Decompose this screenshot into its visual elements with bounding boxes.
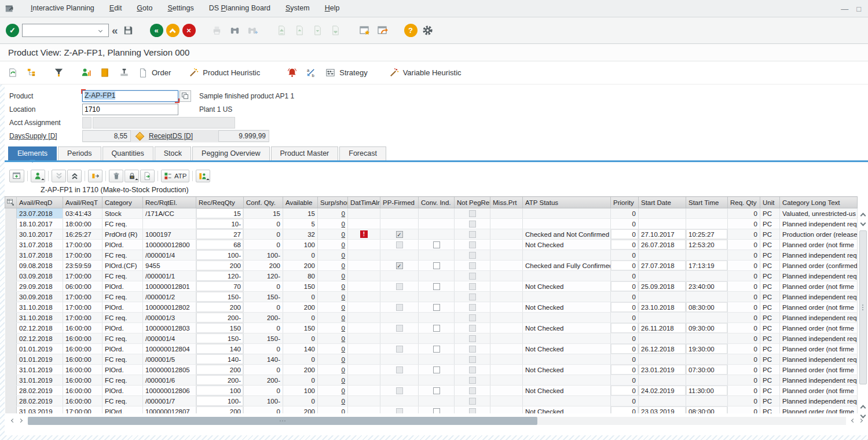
cell-u[interactable]: PC xyxy=(760,208,780,219)
cell-al[interactable]: ! xyxy=(348,229,380,240)
column-header-atp-status[interactable]: ATP Status xyxy=(523,197,611,208)
cell-rq[interactable]: 150- xyxy=(196,333,244,344)
surplus-shortage-link[interactable]: 0 xyxy=(342,366,345,373)
product-heuristic-button[interactable]: Product Heuristic xyxy=(188,67,260,78)
cell-st[interactable]: 11:30:00 xyxy=(686,386,728,396)
cell-cv[interactable] xyxy=(419,313,455,323)
cell-e[interactable]: 100000012801 xyxy=(143,281,196,292)
scroll-up-icon[interactable] xyxy=(860,405,866,411)
checkbox-cv[interactable] xyxy=(433,408,440,413)
collapse-all-button[interactable] xyxy=(52,170,66,182)
surplus-shortage-link[interactable]: 0 xyxy=(342,252,345,259)
column-header-avail-reqt[interactable]: Avail/ReqT xyxy=(63,197,102,208)
tab-product-master[interactable]: Product Master xyxy=(271,146,339,160)
pegging-person-button[interactable] xyxy=(80,67,91,78)
surplus-shortage-link[interactable]: 0 xyxy=(342,314,345,321)
cell-np[interactable] xyxy=(455,219,490,229)
cell-np[interactable] xyxy=(455,386,490,396)
cell-t[interactable]: 16:00:00 xyxy=(63,323,102,333)
cell-e[interactable]: 100000012806 xyxy=(143,386,196,396)
expand-all-button[interactable] xyxy=(67,170,82,182)
cell-av[interactable]: 0 xyxy=(283,375,318,386)
pegging-structure-button[interactable] xyxy=(31,170,45,182)
cell-atp[interactable] xyxy=(523,375,611,386)
cell-t[interactable]: 16:00:00 xyxy=(63,396,102,406)
cell-pp[interactable]: ✓ xyxy=(380,229,419,240)
checkbox-cv[interactable] xyxy=(433,262,440,269)
cell-lt[interactable]: Planned order (not firme xyxy=(780,365,858,375)
cell-av[interactable]: 200 xyxy=(283,261,318,271)
cell-pr[interactable]: 0 xyxy=(611,271,639,281)
cell-e[interactable]: 1000197 xyxy=(143,229,196,240)
cell-pp[interactable] xyxy=(380,281,419,292)
horizontal-scrollbar-thumb[interactable] xyxy=(28,417,537,425)
cell-pp[interactable] xyxy=(380,292,419,302)
cell-al[interactable] xyxy=(348,406,380,414)
cell-sd[interactable] xyxy=(639,208,686,219)
cell-sd[interactable] xyxy=(639,250,686,261)
cell-pr[interactable]: 0 xyxy=(611,323,639,333)
cell-av[interactable]: 80 xyxy=(283,271,318,281)
cell-pp[interactable] xyxy=(380,365,419,375)
cell-np[interactable] xyxy=(455,333,490,344)
cell-t[interactable]: 17:00:00 xyxy=(63,302,102,313)
column-header-surp-short[interactable]: Surp/short xyxy=(318,197,348,208)
cell-st[interactable]: 17:13:19 xyxy=(686,261,728,271)
cell-q[interactable]: 0 xyxy=(728,313,760,323)
customize-layout-button[interactable] xyxy=(420,23,435,38)
cell-u[interactable]: PC xyxy=(760,396,780,406)
next-page-button[interactable] xyxy=(310,23,325,38)
cell-av[interactable]: 140 xyxy=(283,344,318,354)
select-all-corner[interactable] xyxy=(5,197,17,208)
cell-cv[interactable] xyxy=(419,344,455,354)
cell-lt[interactable]: Planned order (not firme xyxy=(780,323,858,333)
collapse-command-button[interactable]: « xyxy=(112,25,118,36)
cell-mp[interactable] xyxy=(490,271,523,281)
menu-item-help[interactable]: Help xyxy=(317,0,347,17)
cell-c[interactable]: FC req. xyxy=(102,313,143,323)
cell-atp[interactable] xyxy=(523,208,611,219)
surplus-shortage-link[interactable]: 0 xyxy=(342,325,345,332)
menu-item-settings[interactable]: Settings xyxy=(160,0,201,17)
tab-quantities[interactable]: Quantities xyxy=(102,146,153,160)
cell-pp[interactable] xyxy=(380,208,419,219)
cell-ss[interactable]: 0 xyxy=(318,292,348,302)
cell-q[interactable]: 0 xyxy=(728,375,760,386)
cell-lt[interactable]: Planned order (not firme xyxy=(780,386,858,396)
cell-al[interactable] xyxy=(348,354,380,365)
cell-c[interactable]: FC req. xyxy=(102,219,143,229)
cell-np[interactable] xyxy=(455,261,490,271)
cell-pr[interactable]: 0 xyxy=(611,292,639,302)
cell-cv[interactable] xyxy=(419,323,455,333)
cell-t[interactable]: 16:00:00 xyxy=(63,386,102,396)
cell-st[interactable] xyxy=(686,313,728,323)
cell-e[interactable]: /171A/CC xyxy=(143,208,196,219)
surplus-shortage-link[interactable]: 0 xyxy=(342,262,345,269)
cell-av[interactable]: 200 xyxy=(283,406,318,414)
product-field[interactable]: Z-AP-FP1 xyxy=(82,90,178,102)
cell-rq[interactable]: 15 xyxy=(196,208,244,219)
cell-cq[interactable]: 0 xyxy=(244,323,283,333)
minimize-button[interactable]: — xyxy=(841,5,848,13)
cell-e[interactable]: 100000012800 xyxy=(143,240,196,250)
cell-st[interactable]: 12:53:20 xyxy=(686,240,728,250)
cell-pp[interactable]: ✓ xyxy=(380,261,419,271)
row-selector[interactable] xyxy=(5,208,17,219)
cell-sd[interactable]: 27.07.2018 xyxy=(639,261,686,271)
cell-u[interactable]: PC xyxy=(760,240,780,250)
cell-atp[interactable]: Not Checked xyxy=(523,240,611,250)
cell-u[interactable]: PC xyxy=(760,313,780,323)
cell-cq[interactable]: 0 xyxy=(244,219,283,229)
cell-al[interactable] xyxy=(348,261,380,271)
surplus-shortage-link[interactable]: 0 xyxy=(342,241,345,248)
cell-av[interactable]: 5 xyxy=(283,219,318,229)
cell-q[interactable]: 0 xyxy=(728,333,760,344)
tab-stock[interactable]: Stock xyxy=(155,146,191,160)
cell-cq[interactable]: 0 xyxy=(244,281,283,292)
cell-rq[interactable]: 68 xyxy=(196,240,244,250)
cell-np[interactable] xyxy=(455,250,490,261)
cell-cq[interactable]: 0 xyxy=(244,406,283,414)
cell-lt[interactable]: Planned independent req xyxy=(780,354,858,365)
cell-sd[interactable] xyxy=(639,271,686,281)
cell-ss[interactable]: 0 xyxy=(318,396,348,406)
